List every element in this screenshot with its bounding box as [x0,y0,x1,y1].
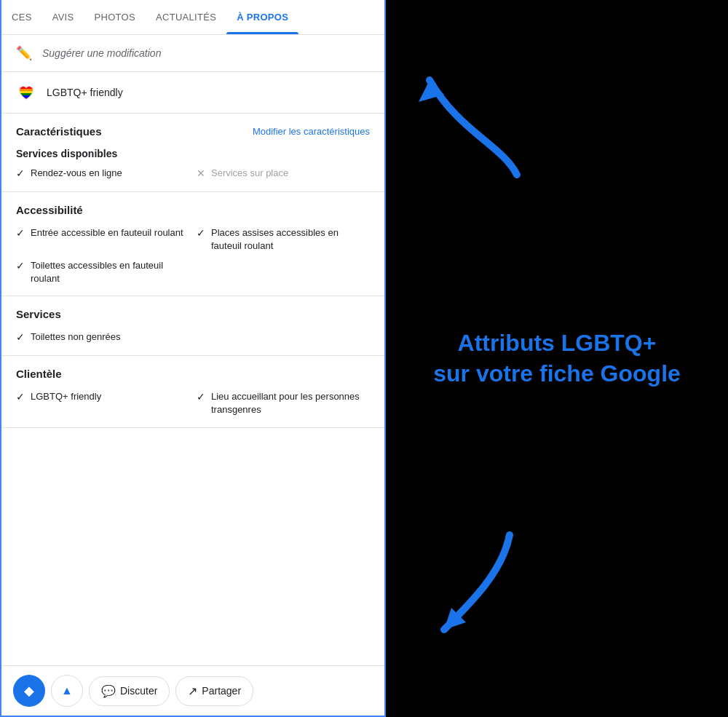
feature-tng-text: Toilettes non genrées [31,330,121,344]
cross-icon: ✕ [197,167,205,179]
accessibilite-title: Accessibilité [16,204,83,216]
check-icon: ✓ [16,167,25,179]
clientele-grid: ✓ LGBTQ+ friendly ✓ Lieu accueillant pou… [16,390,370,416]
svg-rect-2 [20,91,33,93]
share-icon: ↗ [188,684,197,698]
section-header-characteristics: Caractéristiques Modifier les caractéris… [16,125,370,138]
feature-rdv-text: Rendez-vous en ligne [31,167,122,180]
check-icon-entree: ✓ [16,227,25,239]
feature-places-text: Places assises accessibles en fauteuil r… [211,226,370,253]
share-label: Partager [202,685,241,697]
services-section: Services ✓ Toilettes non genrées [1,296,384,356]
services-disponibles-title: Services disponibles [16,148,370,159]
annotation-line1: Attributs LGBTQ+ [458,330,657,356]
navigate-icon: ▲ [61,684,73,697]
discuss-icon: 💬 [101,684,116,698]
edit-characteristics-link[interactable]: Modifier les caractéristiques [253,126,370,137]
arrow-bottom-icon [430,528,531,644]
clientele-section: Clientèle ✓ LGBTQ+ friendly ✓ Lieu accue… [1,356,384,427]
content-area: ✏️ Suggérer une modification [1,35,384,665]
services-disponibles-subsection: Services disponibles ✓ Rendez-vous en li… [16,148,370,180]
discuss-button[interactable]: 💬 Discuter [89,676,170,706]
lgbtq-label: LGBTQ+ friendly [47,87,123,98]
annotation-line2: sur votre fiche Google [433,360,681,387]
lgbtq-heart-icon [16,82,36,103]
section-header-accessibilite: Accessibilité [16,204,370,216]
diamond-icon: ◆ [24,683,34,699]
bottom-bar: ◆ ▲ 💬 Discuter ↗ Partager [1,665,384,716]
edit-icon: ✏️ [16,45,32,61]
check-icon-toilettes: ✓ [16,260,25,272]
accessibilite-grid: ✓ Entrée accessible en fauteuil roulant … [16,226,370,285]
feature-place-text: Services sur place [211,167,288,180]
annotation-text: Attributs LGBTQ+ sur votre fiche Google [433,328,681,389]
feature-transgenres: ✓ Lieu accueillant pour les personnes tr… [197,390,370,416]
left-panel: CES AVIS PHOTOS ACTUALITÉS À PROPOS ✏️ S… [0,0,386,717]
section-header-services: Services [16,308,370,320]
feature-entree-text: Entrée accessible en fauteuil roulant [31,226,183,239]
check-icon-tng: ✓ [16,331,25,343]
services-disponibles-grid: ✓ Rendez-vous en ligne ✕ Services sur pl… [16,167,370,180]
check-icon-places: ✓ [197,227,205,239]
services-title: Services [16,308,61,320]
lgbtq-row: LGBTQ+ friendly [1,72,384,114]
feature-toilettes-access-text: Toilettes accessibles en fauteuil roulan… [31,259,189,285]
accessibilite-section: Accessibilité ✓ Entrée accessible en fau… [1,192,384,296]
feature-toilettes-non-genres: ✓ Toilettes non genrées [16,330,370,344]
share-button[interactable]: ↗ Partager [175,676,253,706]
feature-trans-text: Lieu accueillant pour les personnes tran… [211,390,370,416]
tab-ces[interactable]: CES [1,0,42,34]
suggest-modification-row[interactable]: ✏️ Suggérer une modification [1,35,384,72]
suggest-text: Suggérer une modification [42,47,161,59]
feature-services-place: ✕ Services sur place [197,167,370,180]
feature-rdv-en-ligne: ✓ Rendez-vous en ligne [16,167,189,180]
tab-actualites[interactable]: ACTUALITÉS [146,0,226,34]
tab-apropos[interactable]: À PROPOS [226,0,298,34]
tab-avis[interactable]: AVIS [42,0,84,34]
characteristics-section: Caractéristiques Modifier les caractéris… [1,114,384,192]
feature-places-assises: ✓ Places assises accessibles en fauteuil… [197,226,370,253]
diamond-button[interactable]: ◆ [13,675,45,707]
check-icon-trans: ✓ [197,391,205,403]
characteristics-title: Caractéristiques [16,125,102,138]
clientele-title: Clientèle [16,368,62,380]
tab-photos[interactable]: PHOTOS [84,0,146,34]
discuss-label: Discuter [120,685,157,697]
feature-lgbtq-friendly: ✓ LGBTQ+ friendly [16,390,189,416]
right-panel: Attributs LGBTQ+ sur votre fiche Google [386,0,728,717]
tabs-bar: CES AVIS PHOTOS ACTUALITÉS À PROPOS [1,0,384,35]
arrow-top-icon [415,58,531,189]
feature-entree: ✓ Entrée accessible en fauteuil roulant [16,226,189,253]
feature-lgbtq-text: LGBTQ+ friendly [31,390,101,403]
svg-rect-3 [20,93,33,95]
section-header-clientele: Clientèle [16,368,370,380]
svg-rect-1 [20,89,33,91]
navigate-button[interactable]: ▲ [51,675,83,707]
check-icon-lgbtq: ✓ [16,391,25,403]
services-items: ✓ Toilettes non genrées [16,330,370,344]
feature-toilettes-access: ✓ Toilettes accessibles en fauteuil roul… [16,259,189,285]
